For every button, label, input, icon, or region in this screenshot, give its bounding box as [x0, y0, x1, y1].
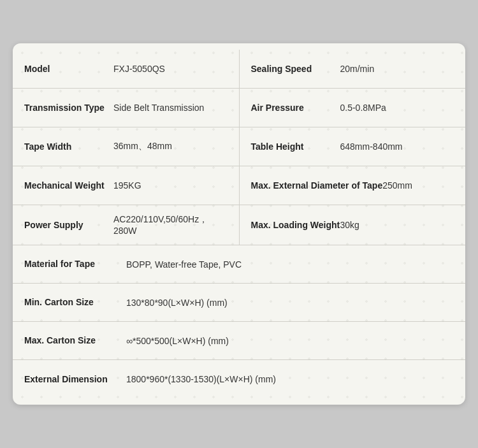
- cell-label: Mechanical Weight: [24, 180, 113, 192]
- right-cell: Table Height648mm-840mm: [240, 127, 466, 166]
- cell-label: Max. Loading Weight: [251, 219, 340, 231]
- cell-value: 648mm-840mm: [340, 141, 454, 152]
- cell-label: Tape Width: [24, 141, 113, 153]
- cell-value: ∞*500*500(L×W×H) (mm): [126, 336, 454, 346]
- cell-label: Sealing Speed: [251, 63, 340, 75]
- right-cell: Max. External Diameter of Tape250mm: [240, 166, 466, 205]
- right-cell: Sealing Speed20m/min: [240, 50, 466, 88]
- cell-label: Power Supply: [24, 219, 113, 231]
- table-row: Tape Width36mm、48mmTable Height648mm-840…: [13, 127, 465, 166]
- cell-value: 1800*960*(1330-1530)(L×W×H) (mm): [126, 374, 454, 384]
- cell-value: AC220/110V,50/60Hz，280W: [113, 214, 228, 236]
- table-row: External Dimension1800*960*(1330-1530)(L…: [13, 360, 465, 398]
- cell-label: Max. External Diameter of Tape: [251, 180, 383, 192]
- left-cell: Tape Width36mm、48mm: [13, 127, 240, 166]
- cell-value: 36mm、48mm: [113, 141, 228, 152]
- cell-value: 30kg: [340, 220, 454, 230]
- table-row: Mechanical Weight195KGMax. External Diam…: [13, 166, 465, 205]
- table-row: Material for TapeBOPP, Water-free Tape, …: [13, 245, 465, 284]
- cell-value: 20m/min: [340, 64, 454, 74]
- table-row: ModelFXJ-5050QSSealing Speed20m/min: [13, 50, 465, 89]
- table-row: Min. Carton Size130*80*90(L×W×H) (mm): [13, 284, 465, 322]
- right-cell: Max. Loading Weight30kg: [240, 205, 466, 245]
- cell-value: 195KG: [113, 180, 228, 191]
- cell-label: Model: [24, 63, 113, 75]
- cell-value: 0.5-0.8MPa: [340, 103, 454, 113]
- spec-card: ModelFXJ-5050QSSealing Speed20m/minTrans…: [13, 43, 465, 405]
- cell-value: Side Belt Transmission: [113, 103, 228, 113]
- left-cell: ModelFXJ-5050QS: [13, 50, 240, 88]
- left-cell: Mechanical Weight195KG: [13, 166, 240, 205]
- cell-value: 250mm: [382, 180, 454, 191]
- cell-label: Transmission Type: [24, 102, 113, 114]
- cell-label: External Dimension: [24, 373, 126, 386]
- cell-label: Air Pressure: [251, 102, 340, 114]
- left-cell: Power SupplyAC220/110V,50/60Hz，280W: [13, 205, 240, 245]
- table-row: Power SupplyAC220/110V,50/60Hz，280WMax. …: [13, 205, 465, 245]
- cell-value: 130*80*90(L×W×H) (mm): [126, 298, 454, 308]
- cell-value: BOPP, Water-free Tape, PVC: [126, 259, 454, 270]
- cell-label: Max. Carton Size: [24, 335, 126, 347]
- cell-value: FXJ-5050QS: [113, 64, 228, 74]
- left-cell: Transmission TypeSide Belt Transmission: [13, 89, 240, 127]
- table-row: Transmission TypeSide Belt TransmissionA…: [13, 89, 465, 127]
- cell-label: Min. Carton Size: [24, 296, 126, 308]
- table-row: Max. Carton Size∞*500*500(L×W×H) (mm): [13, 322, 465, 360]
- cell-label: Table Height: [251, 141, 340, 153]
- cell-label: Material for Tape: [24, 258, 126, 270]
- right-cell: Air Pressure0.5-0.8MPa: [240, 89, 466, 127]
